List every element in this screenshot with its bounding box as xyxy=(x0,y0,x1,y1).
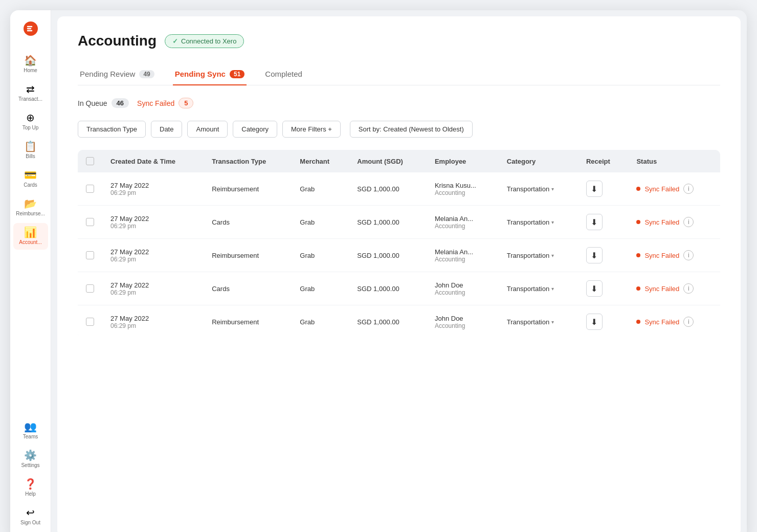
header-checkbox[interactable] xyxy=(86,157,94,165)
filter-transaction-type[interactable]: Transaction Type xyxy=(78,121,146,138)
category-dropdown[interactable]: Transportation ▾ xyxy=(507,252,570,259)
row-2-checkbox[interactable] xyxy=(78,239,102,272)
sidebar-item-settings[interactable]: ⚙️ Settings xyxy=(13,446,48,473)
row-4-merchant: Grab xyxy=(292,305,349,339)
tab-pending-sync-label: Pending Sync xyxy=(175,70,226,78)
page-title: Accounting xyxy=(78,33,157,49)
sidebar-item-help-label: Help xyxy=(25,491,36,497)
category-dropdown[interactable]: Transportation ▾ xyxy=(507,218,570,226)
table-row: 27 May 2022 06:29 pm Reimbursement Grab … xyxy=(78,172,720,206)
status-cell: Sync Failed i xyxy=(636,283,712,294)
filter-more[interactable]: More Filters + xyxy=(282,121,341,138)
tab-completed-label: Completed xyxy=(265,70,302,78)
sidebar-item-signout[interactable]: ↩ Sign Out xyxy=(13,503,48,530)
tab-pending-review-badge: 49 xyxy=(139,70,154,78)
col-employee: Employee xyxy=(427,150,499,172)
connected-badge: ✓ Connected to Xero xyxy=(165,34,244,48)
row-3-type: Cards xyxy=(204,272,292,305)
receipt-download-icon[interactable]: ⬇ xyxy=(586,214,603,230)
receipt-download-icon[interactable]: ⬇ xyxy=(586,181,603,197)
sync-failed-label: Sync Failed xyxy=(137,99,174,107)
info-icon[interactable]: i xyxy=(683,184,694,194)
row-3-date: 27 May 2022 06:29 pm xyxy=(102,272,204,305)
sidebar-item-accounting[interactable]: 📊 Account... xyxy=(13,223,48,250)
status-cell: Sync Failed i xyxy=(636,184,712,194)
filter-category[interactable]: Category xyxy=(233,121,277,138)
sidebar-item-teams[interactable]: 👥 Teams xyxy=(13,417,48,444)
row-checkbox-3[interactable] xyxy=(86,284,94,293)
sort-button[interactable]: Sort by: Created (Newest to Oldest) xyxy=(350,121,473,138)
row-2-type: Reimbursement xyxy=(204,239,292,272)
row-0-checkbox[interactable] xyxy=(78,172,102,206)
sidebar-item-reimburse[interactable]: 📂 Reimburse... xyxy=(13,194,48,221)
info-icon[interactable]: i xyxy=(683,217,694,227)
table-header-row: Created Date & Time Transaction Type Mer… xyxy=(78,150,720,172)
sidebar-bottom: 👥 Teams ⚙️ Settings ❓ Help ↩ Sign Out xyxy=(10,417,51,532)
row-4-date: 27 May 2022 06:29 pm xyxy=(102,305,204,339)
category-dropdown[interactable]: Transportation ▾ xyxy=(507,185,570,193)
info-icon[interactable]: i xyxy=(683,317,694,327)
status-cell: Sync Failed i xyxy=(636,250,712,260)
row-4-employee: John Doe Accounting xyxy=(427,305,499,339)
row-3-category: Transportation ▾ xyxy=(499,272,578,305)
col-status: Status xyxy=(628,150,720,172)
col-type: Transaction Type xyxy=(204,150,292,172)
row-checkbox-2[interactable] xyxy=(86,251,94,259)
sidebar-item-reimburse-label: Reimburse... xyxy=(16,211,45,217)
info-icon[interactable]: i xyxy=(683,250,694,260)
row-1-type: Cards xyxy=(204,206,292,239)
status-text: Sync Failed xyxy=(644,218,679,226)
info-icon[interactable]: i xyxy=(683,283,694,294)
category-dropdown[interactable]: Transportation ▾ xyxy=(507,285,570,293)
row-4-checkbox[interactable] xyxy=(78,305,102,339)
sidebar-item-home-label: Home xyxy=(24,68,37,74)
row-2-category: Transportation ▾ xyxy=(499,239,578,272)
tab-completed[interactable]: Completed xyxy=(263,63,304,85)
receipt-download-icon[interactable]: ⬇ xyxy=(586,314,603,330)
status-text: Sync Failed xyxy=(644,285,679,293)
sidebar-item-cards[interactable]: 💳 Cards xyxy=(13,166,48,192)
row-3-checkbox[interactable] xyxy=(78,272,102,305)
tab-pending-review[interactable]: Pending Review 49 xyxy=(78,63,157,85)
row-checkbox-4[interactable] xyxy=(86,318,94,326)
sidebar-item-topup[interactable]: ⊕ Top Up xyxy=(13,108,48,135)
reimburse-icon: 📂 xyxy=(24,198,37,209)
sidebar-item-help[interactable]: ❓ Help xyxy=(13,475,48,501)
home-icon: 🏠 xyxy=(24,55,37,65)
tabs: Pending Review 49 Pending Sync 51 Comple… xyxy=(78,63,720,85)
cards-icon: 💳 xyxy=(24,170,37,180)
row-3-status: Sync Failed i xyxy=(628,272,720,305)
row-checkbox-1[interactable] xyxy=(86,218,94,226)
time-value: 06:29 pm xyxy=(110,256,195,263)
sidebar-item-transactions[interactable]: ⇄ Transact... xyxy=(13,80,48,106)
filter-date[interactable]: Date xyxy=(151,121,182,138)
sidebar-item-settings-label: Settings xyxy=(21,462,39,469)
row-0-date: 27 May 2022 06:29 pm xyxy=(102,172,204,206)
row-2-merchant: Grab xyxy=(292,239,349,272)
receipt-download-icon[interactable]: ⬇ xyxy=(586,247,603,263)
tab-pending-review-label: Pending Review xyxy=(80,70,135,78)
chevron-down-icon: ▾ xyxy=(551,253,554,258)
chevron-down-icon: ▾ xyxy=(551,219,554,225)
logo[interactable] xyxy=(20,18,41,39)
row-1-checkbox[interactable] xyxy=(78,206,102,239)
category-dropdown[interactable]: Transportation ▾ xyxy=(507,318,570,326)
sidebar-item-bills[interactable]: 📋 Bills xyxy=(13,137,48,164)
row-0-employee: Krisna Kusu... Accounting xyxy=(427,172,499,206)
col-amount: Amount (SGD) xyxy=(349,150,427,172)
connected-label: Connected to Xero xyxy=(181,37,236,45)
row-1-category: Transportation ▾ xyxy=(499,206,578,239)
table-row: 27 May 2022 06:29 pm Cards Grab SGD 1,00… xyxy=(78,272,720,305)
row-3-merchant: Grab xyxy=(292,272,349,305)
row-checkbox-0[interactable] xyxy=(86,185,94,193)
status-dot xyxy=(636,187,640,191)
queue-sync-failed[interactable]: Sync Failed 5 xyxy=(137,98,193,108)
tab-pending-sync[interactable]: Pending Sync 51 xyxy=(173,63,247,85)
sidebar-item-home[interactable]: 🏠 Home xyxy=(13,51,48,78)
table-row: 27 May 2022 06:29 pm Reimbursement Grab … xyxy=(78,305,720,339)
employee-name: Krisna Kusu... xyxy=(435,182,491,189)
sidebar-item-transactions-label: Transact... xyxy=(18,96,42,102)
sidebar-item-signout-label: Sign Out xyxy=(20,520,40,526)
filter-amount[interactable]: Amount xyxy=(187,121,228,138)
receipt-download-icon[interactable]: ⬇ xyxy=(586,280,603,297)
